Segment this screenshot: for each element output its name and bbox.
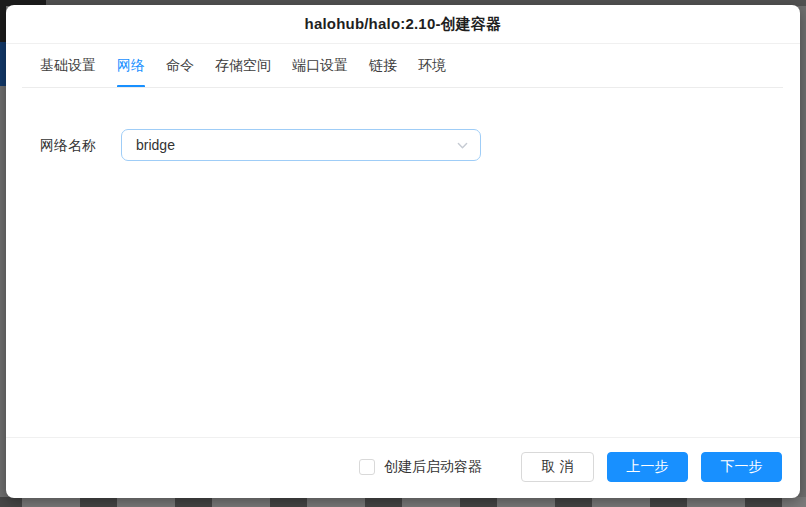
cancel-button[interactable]: 取 消 bbox=[521, 452, 594, 482]
network-name-select-value: bridge bbox=[122, 137, 455, 153]
next-step-button[interactable]: 下一步 bbox=[701, 452, 782, 482]
network-name-row: 网络名称 bridge bbox=[6, 129, 800, 161]
dialog-footer: 创建后启动容器 取 消 上一步 下一步 bbox=[359, 452, 782, 482]
tab-basic-settings[interactable]: 基础设置 bbox=[40, 44, 96, 88]
dialog-header: halohub/halo:2.10-创建容器 bbox=[6, 5, 800, 44]
tab-bar-divider bbox=[22, 87, 783, 88]
previous-step-button[interactable]: 上一步 bbox=[607, 452, 688, 482]
tab-command[interactable]: 命令 bbox=[166, 44, 194, 88]
start-after-create-label[interactable]: 创建后启动容器 bbox=[384, 458, 482, 476]
start-after-create-checkbox[interactable] bbox=[359, 459, 375, 475]
footer-divider bbox=[6, 437, 800, 438]
network-name-label: 网络名称 bbox=[40, 129, 96, 161]
backdrop-bottom-table-strip bbox=[0, 497, 806, 507]
tab-links[interactable]: 链接 bbox=[369, 44, 397, 88]
dialog-tab-bar: 基础设置 网络 命令 存储空间 端口设置 链接 环境 bbox=[6, 44, 800, 88]
create-container-dialog: halohub/halo:2.10-创建容器 基础设置 网络 命令 存储空间 端… bbox=[6, 5, 800, 498]
network-name-select[interactable]: bridge bbox=[121, 129, 481, 161]
tab-environment[interactable]: 环境 bbox=[418, 44, 446, 88]
start-after-create-group[interactable]: 创建后启动容器 bbox=[359, 458, 482, 476]
dialog-title: halohub/halo:2.10-创建容器 bbox=[305, 15, 502, 34]
chevron-down-icon bbox=[455, 138, 469, 152]
tab-ports[interactable]: 端口设置 bbox=[292, 44, 348, 88]
tab-storage[interactable]: 存储空间 bbox=[215, 44, 271, 88]
tab-network[interactable]: 网络 bbox=[117, 44, 145, 88]
